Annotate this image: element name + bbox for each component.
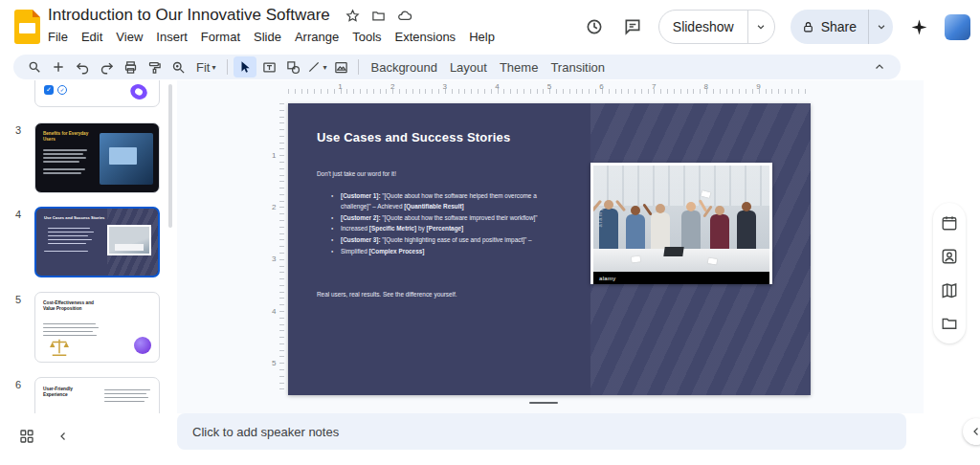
slide-thumbnail-4[interactable]: Use Cases and Success Stories [34, 207, 160, 277]
slide-canvas-area: 123456789 12345 Use Cases and Success St… [177, 80, 924, 413]
share-button[interactable]: Share [791, 10, 893, 44]
slide-number: 6 [15, 379, 21, 390]
ruler-number: 4 [272, 306, 276, 315]
line-tool-icon[interactable]: ▾ [305, 56, 328, 78]
calendar-icon[interactable] [941, 214, 958, 232]
background-button[interactable]: Background [365, 56, 442, 78]
slide-bullet: Simplified [Complex Process] [330, 247, 564, 257]
menu-extensions[interactable]: Extensions [389, 28, 463, 46]
menu-slide[interactable]: Slide [247, 28, 288, 46]
slide-thumbnail-2-partial[interactable]: ✓ ✓ [34, 80, 160, 107]
slide-photo[interactable]: alamy alamy [590, 163, 772, 284]
menu-view[interactable]: View [109, 28, 149, 46]
new-slide-plus-icon[interactable] [47, 56, 70, 78]
version-history-icon[interactable] [582, 14, 607, 39]
menu-format[interactable]: Format [194, 28, 247, 46]
star-icon[interactable] [345, 9, 360, 23]
ruler-number: 1 [272, 151, 276, 160]
slide-intro-text[interactable]: Don't just take our word for it! [317, 170, 396, 177]
toolbar-separator [358, 59, 359, 75]
slide-thumbnail-3[interactable]: Benefits for Everyday Users [34, 122, 160, 193]
collapse-filmstrip-chevron-icon[interactable] [57, 431, 69, 442]
ruler-number: 5 [547, 82, 551, 91]
folder-icon[interactable] [941, 315, 958, 332]
gemini-sparkle-icon[interactable] [906, 14, 931, 39]
menu-bar: FileEditViewInsertFormatSlideArrangeTool… [41, 28, 501, 46]
share-dropdown-chevron-icon[interactable] [868, 10, 893, 44]
v-ruler-ticks [279, 103, 284, 395]
thumbnail-image [107, 225, 151, 255]
select-tool-icon[interactable] [234, 56, 256, 78]
collapse-toolbar-chevron-icon[interactable] [868, 56, 891, 78]
document-title[interactable]: Introduction to Our Innovative Software [46, 6, 332, 25]
slideshow-button[interactable]: Slideshow [658, 10, 775, 44]
paint-format-icon[interactable] [143, 56, 166, 78]
slideshow-dropdown-chevron-icon[interactable] [747, 11, 774, 43]
ruler-number: 7 [652, 82, 656, 91]
slideshow-label[interactable]: Slideshow [659, 11, 747, 43]
slide-bullet-list[interactable]: [Customer 1]: "[Quote about how the soft… [330, 191, 564, 258]
ruler-number: 3 [443, 82, 447, 91]
slide-number: 4 [15, 209, 21, 220]
slide-thumbnail-6[interactable]: User-Friendly Experience [34, 377, 160, 413]
account-avatar[interactable] [945, 14, 970, 40]
filmstrip-row: 4Use Cases and Success Stories [0, 207, 177, 277]
cloud-status-icon[interactable] [397, 9, 412, 23]
main-toolbar: Fit▾ ▾ Background Layout Theme Transitio… [13, 55, 901, 79]
slide-editor[interactable]: Use Cases and Success Stories Don't just… [288, 103, 811, 395]
menu-arrange[interactable]: Arrange [288, 28, 345, 46]
photo-laptop [663, 247, 683, 256]
slide-number: 5 [15, 294, 21, 305]
move-folder-icon[interactable] [371, 9, 386, 23]
notes-resize-handle[interactable] [529, 402, 558, 404]
ruler-number: 1 [338, 82, 342, 91]
theme-button[interactable]: Theme [494, 56, 544, 78]
share-label: Share [821, 19, 857, 34]
menu-edit[interactable]: Edit [75, 28, 109, 46]
shapes-icon[interactable] [281, 56, 304, 78]
maps-icon[interactable] [941, 281, 958, 299]
ruler-number: 3 [272, 255, 276, 263]
print-icon[interactable] [119, 56, 142, 78]
insert-image-icon[interactable] [329, 56, 352, 78]
zoom-icon[interactable] [167, 56, 189, 78]
ruler-number: 2 [272, 203, 276, 211]
slide-bullet: Increased [Specific Metric] by [Percenta… [330, 224, 564, 234]
comments-icon[interactable] [620, 14, 645, 39]
hide-side-panel-chevron-icon[interactable] [963, 418, 980, 445]
menu-tools[interactable]: Tools [345, 28, 388, 46]
search-menus-icon[interactable] [23, 56, 46, 78]
text-box-icon[interactable] [257, 56, 280, 78]
redo-icon[interactable] [95, 56, 118, 78]
slide-closing-text[interactable]: Real users, real results. See the differ… [317, 291, 457, 298]
photo-scene: alamy [593, 166, 769, 272]
ruler-number: 8 [704, 82, 708, 91]
ruler-number: 4 [495, 82, 499, 91]
zoom-fit-select[interactable]: Fit▾ [190, 56, 221, 78]
grid-view-icon[interactable] [19, 429, 34, 444]
toolbar-separator [227, 59, 228, 75]
filmstrip-row: 3Benefits for Everyday Users [0, 122, 177, 193]
ruler-number: 5 [272, 358, 276, 366]
transition-button[interactable]: Transition [545, 56, 611, 78]
menu-insert[interactable]: Insert [149, 28, 194, 46]
photo-window-background [593, 166, 769, 206]
filmstrip-row: 5Cost-Effectiveness and Value Propositio… [0, 292, 177, 363]
slide-title-textbox[interactable]: Use Cases and Success Stories [317, 130, 510, 144]
photo-caption-label: alamy [599, 276, 616, 281]
speaker-notes-input[interactable]: Click to add speaker notes [177, 413, 906, 450]
layout-button[interactable]: Layout [444, 56, 493, 78]
slide-bullet: [Customer 1]: "[Quote about how the soft… [330, 191, 564, 212]
thumbnail-image [100, 133, 153, 185]
thumbnail-3d-shape [128, 81, 150, 101]
chevron-down-icon: ▾ [212, 63, 215, 72]
top-bar: Introduction to Our Innovative Software … [0, 0, 980, 54]
contacts-icon[interactable] [941, 248, 958, 265]
slides-logo[interactable] [14, 10, 40, 44]
thumbnail-3d-shape [134, 337, 151, 354]
undo-icon[interactable] [71, 56, 94, 78]
slide-thumbnail-5[interactable]: Cost-Effectiveness and Value Proposition [34, 292, 160, 363]
menu-file[interactable]: File [41, 28, 75, 46]
ruler-number: 2 [390, 82, 394, 91]
menu-help[interactable]: Help [462, 28, 501, 46]
